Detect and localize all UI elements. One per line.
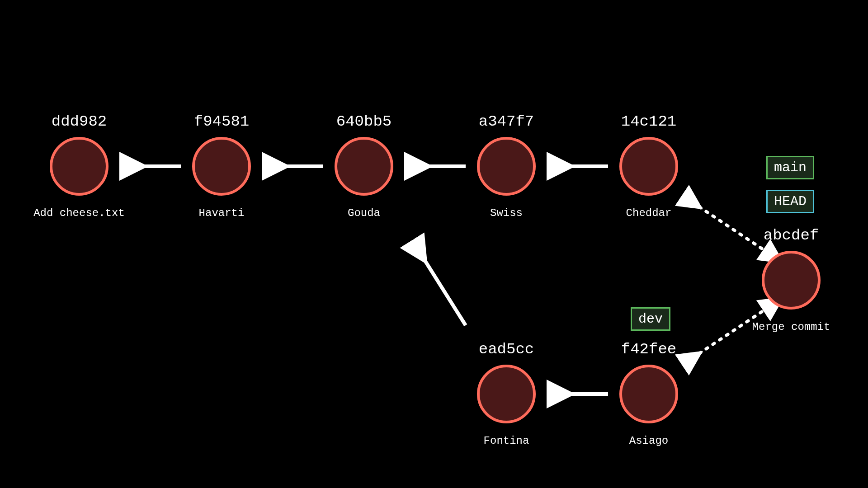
commit-message: Fontina <box>484 435 529 447</box>
commit-hash: ead5cc <box>479 341 534 358</box>
commit-node-640bb5 <box>335 137 393 196</box>
commit-hash: abcdef <box>764 227 819 244</box>
head-label: HEAD <box>766 190 814 213</box>
git-graph-diagram: ddd982 f94581 640bb5 a347f7 14c121 ead5c… <box>0 0 868 488</box>
branch-label-dev: dev <box>631 307 670 331</box>
commit-message: Merge commit <box>752 321 830 333</box>
commit-hash: f42fee <box>621 341 676 358</box>
commit-message: Cheddar <box>626 207 672 219</box>
commit-node-14c121 <box>619 137 678 196</box>
arrows-layer <box>0 0 868 488</box>
arrow-merge-to-c5 <box>687 199 769 253</box>
commit-node-f42fee <box>619 365 678 423</box>
commit-message: Asiago <box>629 435 668 447</box>
branch-label-main: main <box>766 156 814 179</box>
commit-hash: 14c121 <box>621 113 676 130</box>
commit-message: Gouda <box>348 207 380 219</box>
commit-message: Swiss <box>490 207 523 219</box>
arrow-merge-to-c7 <box>687 307 769 361</box>
commit-node-ddd982 <box>50 137 108 196</box>
commit-message: Havarti <box>199 207 245 219</box>
commit-node-abcdef <box>762 251 821 310</box>
commit-hash: ddd982 <box>52 113 107 130</box>
commit-hash: a347f7 <box>479 113 534 130</box>
commit-hash: 640bb5 <box>336 113 392 130</box>
commit-node-ead5cc <box>477 365 536 423</box>
arrow-c6-to-c3 <box>416 246 466 325</box>
commit-message: Add cheese.txt <box>33 207 125 219</box>
commit-node-a347f7 <box>477 137 536 196</box>
commit-hash: f94581 <box>194 113 249 130</box>
commit-node-f94581 <box>192 137 251 196</box>
